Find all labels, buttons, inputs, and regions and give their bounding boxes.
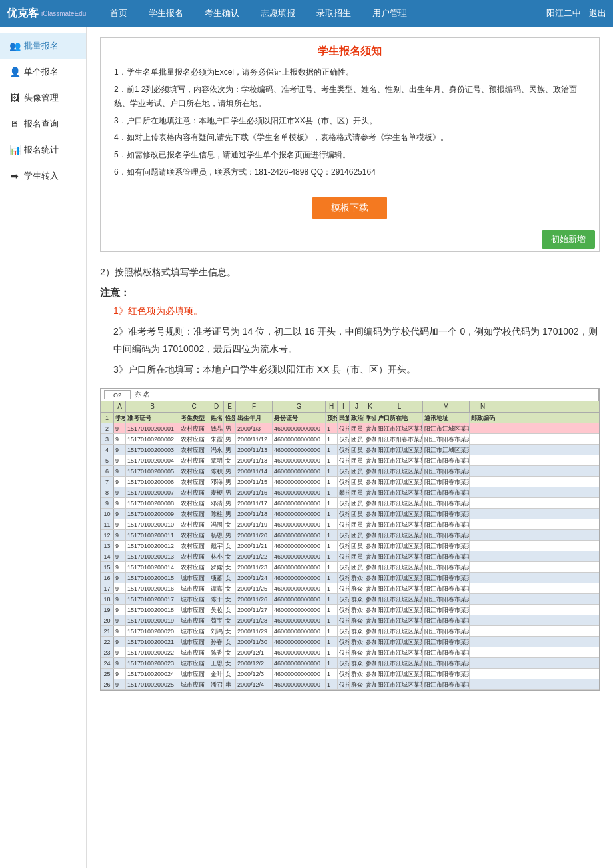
table-cell: 9: [114, 626, 126, 636]
excel-data-rows: 1学校编码准考证号考生类型姓名性别出生年月身份证号预报编码民族政治面貌学业考试户…: [101, 413, 599, 690]
nav-student-signup[interactable]: 学生报名: [138, 0, 194, 27]
table-cell: 阳江市江城区某某某: [376, 541, 423, 551]
table-cell: 群众: [350, 573, 364, 583]
table-cell: 参加: [364, 615, 376, 625]
table-cell: 2000/11/16: [236, 487, 273, 497]
table-cell: 阳江市江城区某某某: [376, 519, 423, 529]
table-cell: 女: [224, 605, 236, 615]
table-cell: 46000000000000: [273, 487, 326, 497]
sidebar-item-avatar[interactable]: 🖼 头像管理: [0, 85, 86, 111]
table-cell: 参加: [364, 466, 376, 476]
table-cell: 群众: [350, 647, 364, 657]
table-cell: 阳江市阳春市某某某: [423, 455, 470, 465]
table-cell: 陈积初: [209, 466, 224, 476]
table-cell: 阳江市阳春市某某某: [423, 551, 470, 561]
table-cell: 46000000000000: [273, 615, 326, 625]
table-cell: 46000000000000: [273, 423, 326, 433]
table-cell: 农村应届: [179, 562, 209, 572]
table-row: 6915170100200005农村应届陈积初男2000/11/14460000…: [101, 466, 599, 477]
table-cell: 阳江市阳春市某某某: [423, 562, 470, 572]
table-cell: 1: [326, 445, 338, 455]
table-cell: 参加: [364, 509, 376, 519]
nav-home[interactable]: 首页: [99, 0, 138, 27]
table-cell: 1: [326, 498, 338, 508]
table-cell: 46000000000000: [273, 541, 326, 551]
table-cell: [470, 477, 496, 487]
rule-3: 3》户口所在地填写：本地户口学生必须以阳江市 XX 县（市、区）开头。: [113, 361, 600, 379]
nav-admission[interactable]: 录取招生: [306, 0, 362, 27]
sidebar-item-stats[interactable]: 📊 报名统计: [0, 137, 86, 163]
table-row: 22915170100200021城市应届孙春晴女2000/11/3046000…: [101, 637, 599, 647]
table-cell: 女: [224, 519, 236, 529]
table-cell: 仅报: [338, 637, 350, 647]
table-cell: 农村应届: [179, 434, 209, 444]
nav-user-manage[interactable]: 用户管理: [362, 0, 418, 27]
download-btn-wrap: 模板下载: [101, 189, 599, 226]
avatar-manage-icon: 🖼: [9, 93, 20, 103]
table-cell: 吴妆基: [209, 605, 224, 615]
table-cell: 杨恩洪: [209, 530, 224, 540]
sidebar-item-transfer[interactable]: ➡ 学生转入: [0, 163, 86, 189]
single-signup-icon: 👤: [9, 67, 20, 77]
table-cell: 仅报: [338, 573, 350, 583]
table-cell: 1: [326, 519, 338, 529]
table-cell: 参加: [364, 594, 376, 604]
table-cell: 2000/11/24: [236, 573, 273, 583]
table-cell: 仅报: [338, 605, 350, 615]
table-cell: 团员: [350, 477, 364, 487]
table-cell: 9: [114, 551, 126, 561]
table-cell: 1: [326, 573, 338, 583]
table-cell: 1: [326, 477, 338, 487]
table-cell: 2000/11/12: [236, 434, 273, 444]
table-cell: 阳江市阳春市某某某: [423, 647, 470, 657]
table-cell: 15170100200024: [126, 669, 179, 679]
sidebar-item-single-signup[interactable]: 👤 单个报名: [0, 59, 86, 85]
add-new-button[interactable]: 初始新增: [542, 230, 595, 249]
table-cell: [470, 487, 496, 497]
table-cell: 46000000000000: [273, 509, 326, 519]
table-cell: 城市应届: [179, 573, 209, 583]
nav-logout[interactable]: 退出: [589, 7, 606, 19]
table-cell: 15170100200023: [126, 658, 179, 668]
sidebar-item-query[interactable]: 🖥 报名查询: [0, 111, 86, 137]
table-cell: 阳江市江城区某某某: [376, 477, 423, 487]
main-layout: 👥 批量报名 👤 单个报名 🖼 头像管理 🖥 报名查询 📊 报名统计 ➡ 学生转…: [0, 27, 613, 868]
table-row: 4915170100200003农村应届冯永强男2000/11/13460000…: [101, 445, 599, 455]
notice-item-6: 6．如有问题请联系管理员，联系方式：181-2426-4898 QQ：29146…: [114, 165, 586, 180]
table-cell: 冯围达: [209, 519, 224, 529]
table-cell: 参加: [364, 669, 376, 679]
table-cell: 参加: [364, 541, 376, 551]
table-cell: 女: [224, 647, 236, 657]
table-cell: 2000/11/15: [236, 477, 273, 487]
nav-confirm[interactable]: 考生确认: [194, 0, 250, 27]
table-cell: 9: [114, 498, 126, 508]
table-cell: 1: [326, 455, 338, 465]
table-cell: 15170100200001: [126, 423, 179, 433]
table-cell: 参加: [364, 551, 376, 561]
table-cell: 阳江市阳春市某某某: [423, 509, 470, 519]
table-cell: 农村应届: [179, 466, 209, 476]
table-cell: 阳江市江城区某某某: [376, 423, 423, 433]
table-cell: 9: [114, 562, 126, 572]
table-cell: 46000000000000: [273, 594, 326, 604]
table-cell: 2000/11/21: [236, 541, 273, 551]
nav-items: 首页 学生报名 考生确认 志愿填报 录取招生 用户管理: [99, 0, 546, 27]
table-cell: 男: [224, 466, 236, 476]
table-cell: 城市应届: [179, 679, 209, 689]
table-cell: 1: [326, 551, 338, 561]
table-row: 25915170100200024城市应届金叶明女2000/12/3460000…: [101, 669, 599, 679]
sidebar-item-batch-signup[interactable]: 👥 批量报名: [0, 33, 86, 59]
table-cell: 男: [224, 530, 236, 540]
table-cell: 潘召清: [209, 679, 224, 689]
table-cell: [470, 519, 496, 529]
download-template-button[interactable]: 模板下载: [312, 197, 387, 219]
nav-volunteer[interactable]: 志愿填报: [250, 0, 306, 27]
table-cell: 群众: [350, 605, 364, 615]
table-row: 21915170100200020城市应届刘鸿女2000/11/29460000…: [101, 626, 599, 637]
table-cell: 阳江市江城区某某某: [376, 583, 423, 593]
table-cell: [470, 647, 496, 657]
table-cell: 孙春晴: [209, 637, 224, 647]
table-cell: 农村应届: [179, 477, 209, 487]
table-cell: 15170100200009: [126, 509, 179, 519]
table-cell: 1: [326, 530, 338, 540]
